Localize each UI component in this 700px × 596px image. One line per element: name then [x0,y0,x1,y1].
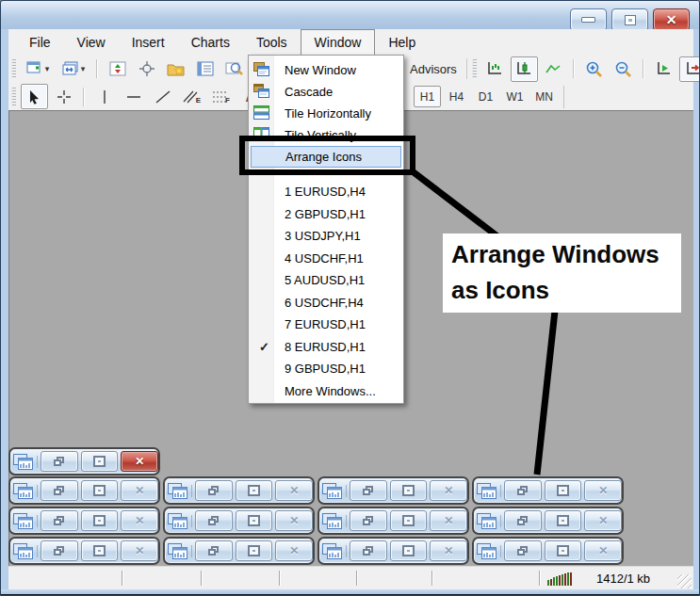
horizontal-line-button[interactable] [120,84,147,109]
terminal-button[interactable] [191,56,219,82]
restore-window-button[interactable] [504,480,542,501]
auto-scroll-button[interactable] [650,56,677,82]
restore-window-button[interactable] [350,480,387,501]
timeframe-w1[interactable]: W1 [501,86,529,107]
menu-item-tile-horizontally[interactable]: Tile Horizontally [251,103,401,124]
close-window-button[interactable]: ✕ [121,540,158,561]
menu-item-window-4[interactable]: 4 USDCHF,H1 [251,248,401,269]
close-window-button[interactable]: ✕ [275,540,313,561]
zoom-in-button[interactable] [580,56,608,82]
resize-grip[interactable] [677,574,692,588]
timeframe-mn[interactable]: MN [530,86,558,107]
menu-item-window-7[interactable]: 7 EURUSD,H1 [251,314,401,335]
menu-help[interactable]: Help [375,29,429,55]
restore-window-button[interactable] [41,510,78,531]
menu-item-window-8[interactable]: ✓ 8 EURUSD,H1 [251,336,401,358]
fibonacci-button[interactable]: F [207,84,235,109]
candlestick-chart-button[interactable] [511,56,538,82]
bar-chart-button[interactable] [481,56,509,82]
minimized-chart-window[interactable]: ✕ [472,476,624,505]
close-window-button[interactable]: ✕ [584,540,622,561]
menu-item-cascade[interactable]: Cascade [251,81,401,103]
minimized-chart-window[interactable]: ✕ [472,507,624,535]
restore-window-button[interactable] [504,540,542,561]
expert-advisors-button[interactable]: Advisors [406,58,467,79]
menu-window[interactable]: Window [301,29,376,55]
close-window-button[interactable]: ✕ [430,540,467,561]
restore-window-button[interactable] [195,480,233,501]
restore-window-button[interactable] [350,510,387,531]
profiles-button[interactable]: ▾ [57,56,90,82]
toolbar-drag-handle[interactable] [11,88,16,106]
maximize-window-button[interactable] [236,510,273,531]
maximize-window-button[interactable] [81,451,119,472]
minimized-chart-window[interactable]: ✕ [8,476,160,505]
market-watch-button[interactable] [104,56,131,82]
close-window-button[interactable]: ✕ [121,480,158,501]
maximize-window-button[interactable] [390,540,428,561]
menu-charts[interactable]: Charts [178,29,243,55]
toolbar-drag-handle[interactable] [11,59,16,78]
minimized-chart-window[interactable]: ✕ [8,447,160,475]
timeframe-d1[interactable]: D1 [472,86,499,107]
restore-window-button[interactable] [41,540,78,561]
close-window-button[interactable]: ✕ [121,451,158,472]
toolbar-drag-handle[interactable] [472,59,477,78]
menu-item-window-6[interactable]: 6 USDCHF,H4 [251,292,401,314]
menu-item-window-5[interactable]: 5 AUDUSD,H1 [251,269,401,291]
close-window-button[interactable]: ✕ [430,510,467,531]
menu-view[interactable]: View [64,29,119,55]
maximize-window-button[interactable] [81,510,119,531]
maximize-window-button[interactable] [236,540,273,561]
restore-window-button[interactable] [350,540,387,561]
minimized-chart-window[interactable]: ✕ [317,476,469,505]
restore-button[interactable] [611,8,648,31]
minimized-chart-window[interactable]: ✕ [472,537,624,565]
minimized-chart-window[interactable]: ✕ [163,537,315,565]
menu-item-new-window[interactable]: New Window [251,59,401,81]
menu-file[interactable]: File [16,29,64,55]
menu-item-window-2[interactable]: 2 GBPUSD,H1 [251,203,401,225]
cursor-button[interactable] [21,84,48,109]
close-window-button[interactable]: ✕ [275,480,313,501]
trendline-button[interactable] [149,84,176,109]
restore-window-button[interactable] [195,510,233,531]
restore-window-button[interactable] [195,540,233,561]
menu-item-more-windows[interactable]: More Windows... [251,380,401,402]
minimized-chart-window[interactable]: ✕ [317,507,469,535]
equidistant-channel-button[interactable]: E [178,84,205,109]
maximize-window-button[interactable] [81,480,119,501]
restore-window-button[interactable] [41,480,78,501]
menu-item-window-3[interactable]: 3 USDJPY,H1 [251,225,401,247]
minimized-chart-window[interactable]: ✕ [163,476,315,505]
maximize-window-button[interactable] [545,480,582,501]
chart-shift-button[interactable] [679,56,700,82]
close-window-button[interactable]: ✕ [121,510,158,531]
maximize-window-button[interactable] [545,540,582,561]
close-button[interactable]: ✕ [653,8,690,31]
timeframe-h4[interactable]: H4 [443,86,470,107]
zoom-out-button[interactable] [610,56,637,82]
title-bar[interactable]: ✕ [1,1,700,29]
restore-window-button[interactable] [41,451,78,472]
navigator-button[interactable] [162,56,189,82]
timeframe-h1[interactable]: H1 [414,86,441,107]
maximize-window-button[interactable] [545,510,582,531]
menu-item-window-9[interactable]: 9 GBPUSD,H1 [251,358,401,379]
minimized-chart-window[interactable]: ✕ [8,537,160,565]
close-window-button[interactable]: ✕ [430,480,467,501]
line-chart-button[interactable] [540,56,567,82]
menu-insert[interactable]: Insert [119,29,178,55]
maximize-window-button[interactable] [390,510,428,531]
menu-tools[interactable]: Tools [243,29,301,55]
vertical-line-button[interactable] [90,84,118,109]
maximize-window-button[interactable] [236,480,273,501]
minimized-chart-window[interactable]: ✕ [317,537,469,565]
data-window-button[interactable] [133,56,160,82]
new-chart-button[interactable]: ▾ [21,56,55,82]
minimized-chart-window[interactable]: ✕ [8,507,160,535]
minimize-button[interactable] [570,8,607,31]
close-window-button[interactable]: ✕ [275,510,313,531]
maximize-window-button[interactable] [81,540,119,561]
crosshair-tool-button[interactable] [50,84,77,109]
